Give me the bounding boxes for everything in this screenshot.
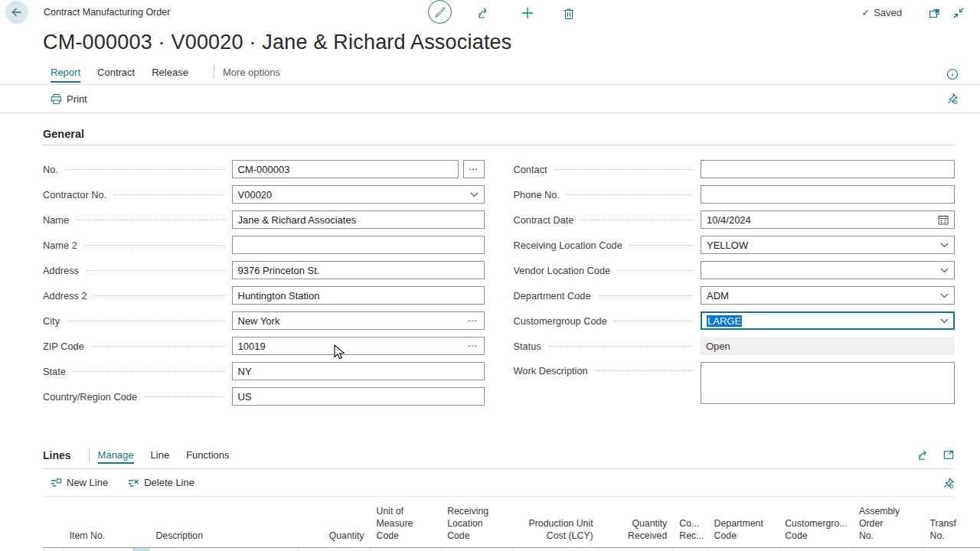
contact-input[interactable]	[707, 164, 949, 175]
state-input[interactable]	[238, 366, 479, 377]
cell-department-code[interactable]: ADM	[708, 547, 779, 551]
pin-actionbar-button[interactable]	[945, 91, 960, 106]
tab-release[interactable]: Release	[152, 67, 188, 83]
field-label: Address	[43, 265, 79, 276]
field-no: No. …	[43, 160, 485, 178]
col-production-unit-cost[interactable]: Production Unit Cost (LCY)	[513, 498, 599, 547]
col-quantity[interactable]: Quantity	[299, 498, 371, 547]
name2-input[interactable]	[238, 240, 479, 251]
col-transfer-order-no[interactable]: Transf No.	[924, 498, 980, 547]
chevron-down-icon[interactable]	[470, 192, 479, 197]
row-select-arrow[interactable]: →	[44, 547, 64, 551]
field-name: Name	[43, 210, 485, 229]
vendor-location-input[interactable]	[707, 265, 940, 276]
col-receiving-location[interactable]: Receiving Location Code	[441, 498, 513, 547]
chevron-down-icon[interactable]	[940, 268, 949, 273]
field-status: Status Open	[514, 337, 956, 355]
delete-line-button[interactable]: Delete Line	[128, 477, 194, 488]
cell-uom[interactable]: PCS	[371, 547, 442, 551]
lines-tab-functions[interactable]: Functions	[186, 449, 229, 467]
cell-receiving-location[interactable]: YELLOW	[441, 547, 513, 551]
col-row-menu	[132, 498, 149, 547]
col-customergroup-code[interactable]: Customergro... Code	[779, 498, 853, 547]
edit-button[interactable]	[428, 0, 452, 24]
cell-quantity-received[interactable]	[599, 547, 674, 551]
general-fields: No. … Contractor No. Name Name 2	[43, 160, 955, 412]
lines-table: Item No. Description Quantity Unit of Me…	[43, 498, 980, 551]
city-input[interactable]	[238, 315, 468, 327]
row-menu-button[interactable]: ⋮	[132, 547, 149, 551]
cell-production-unit-cost[interactable]: –	[513, 547, 599, 551]
col-unit-of-measure[interactable]: Unit of Measure Code	[371, 498, 442, 547]
col-description[interactable]: Description	[149, 498, 298, 547]
department-input[interactable]	[707, 290, 940, 302]
lines-heading[interactable]: Lines	[43, 449, 71, 468]
city-lookup-button[interactable]: …	[468, 315, 479, 322]
new-line-icon	[51, 478, 62, 488]
lines-tab-line[interactable]: Line	[151, 449, 170, 467]
field-label: Status	[514, 341, 541, 352]
status-value: Open	[701, 337, 955, 355]
chevron-down-icon[interactable]	[940, 318, 949, 324]
pin-lines-button[interactable]	[942, 477, 955, 489]
contractor-no-input[interactable]	[238, 189, 470, 201]
field-vendor-location: Vendor Location Code	[514, 261, 956, 279]
chevron-down-icon[interactable]	[940, 243, 949, 248]
cell-item-no[interactable]: 1006	[64, 547, 133, 551]
field-label: ZIP Code	[43, 341, 84, 352]
col-item-no[interactable]: Item No.	[64, 498, 133, 547]
contract-date-input[interactable]	[707, 214, 938, 226]
receiving-location-input[interactable]	[707, 240, 940, 251]
share-button[interactable]	[476, 5, 492, 21]
country-input[interactable]	[238, 391, 479, 403]
cell-customergroup-code[interactable]: LARGE	[779, 547, 853, 551]
col-assembly-order-no[interactable]: Assembly Order No.	[853, 498, 924, 547]
cell-quantity[interactable]: 1	[299, 547, 371, 551]
lines-share-button[interactable]	[917, 448, 930, 461]
address-input[interactable]	[238, 265, 479, 276]
lines-action-bar: New Line Delete Line	[43, 469, 955, 497]
ellipsis-icon: …	[469, 163, 479, 171]
plus-icon	[521, 6, 534, 20]
share-icon	[477, 6, 491, 20]
print-button[interactable]: Print	[51, 93, 87, 105]
customergroup-input[interactable]: LARGE	[701, 311, 955, 330]
name-input[interactable]	[238, 214, 479, 226]
lines-tab-manage[interactable]: Manage	[98, 449, 134, 467]
ribbon-tab-bar: Report Contract Release More options	[0, 64, 980, 85]
tab-contract[interactable]: Contract	[97, 67, 135, 83]
calendar-icon[interactable]	[938, 214, 949, 225]
tab-report[interactable]: Report	[51, 67, 80, 83]
cell-description[interactable]: J&R Office Drawers	[149, 547, 298, 551]
col-completely-received[interactable]: Co... Rec...	[673, 498, 707, 547]
no-assist-button[interactable]: …	[463, 160, 485, 178]
phone-input[interactable]	[707, 189, 949, 201]
col-quantity-received[interactable]: Quantity Received	[599, 498, 674, 547]
field-label: Work Description	[514, 365, 588, 377]
general-section-heading[interactable]: General	[43, 128, 955, 145]
more-options[interactable]: More options	[223, 67, 280, 83]
cell-transfer-order-no[interactable]: –	[924, 547, 980, 551]
collapse-button[interactable]	[951, 5, 966, 21]
no-input[interactable]	[238, 164, 452, 175]
zip-lookup-button[interactable]: …	[468, 340, 479, 347]
cell-assembly-order-no[interactable]: –	[853, 547, 924, 551]
field-label: Country/Region Code	[43, 391, 137, 403]
new-line-button[interactable]: New Line	[51, 477, 108, 488]
delete-button[interactable]	[561, 5, 577, 21]
field-department: Department Code	[514, 286, 956, 305]
field-phone: Phone No.	[514, 185, 956, 204]
info-button[interactable]	[945, 67, 960, 82]
chevron-down-icon[interactable]	[940, 293, 949, 298]
trash-icon	[563, 7, 575, 20]
open-in-window-button[interactable]	[926, 5, 942, 21]
lines-divider	[89, 448, 90, 462]
back-button[interactable]	[5, 1, 28, 24]
work-description-textarea[interactable]	[701, 362, 955, 404]
field-label: Contract Date	[514, 214, 574, 226]
col-department-code[interactable]: Department Code	[708, 498, 779, 547]
zip-input[interactable]	[238, 341, 468, 352]
new-button[interactable]	[520, 5, 535, 21]
lines-popup-button[interactable]	[942, 448, 955, 461]
address2-input[interactable]	[238, 290, 479, 302]
